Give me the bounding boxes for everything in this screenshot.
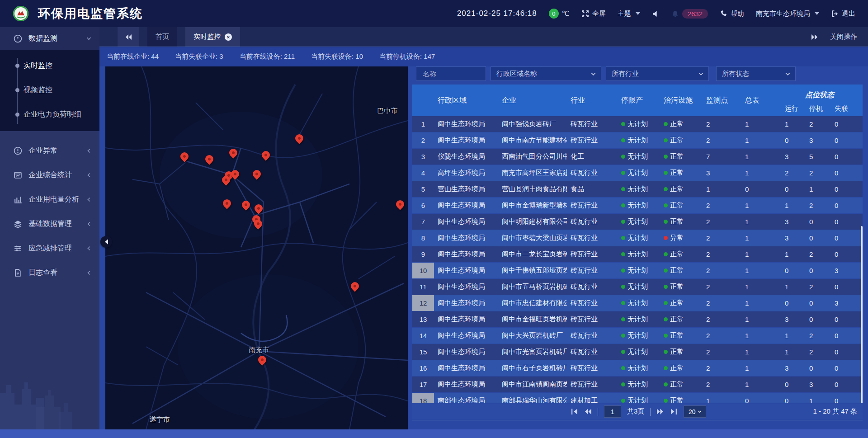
- cell-run: 3: [781, 360, 806, 376]
- layers-icon: [14, 220, 22, 228]
- theme-dropdown[interactable]: 主题: [618, 9, 640, 18]
- current-page-input[interactable]: 1: [604, 405, 621, 418]
- close-operations-button[interactable]: 关闭操作: [830, 33, 857, 41]
- first-page-button[interactable]: [571, 408, 578, 415]
- cell-limit: 无计划: [618, 246, 660, 262]
- menu-group-gap: [0, 131, 99, 138]
- cell-meters: 1: [741, 116, 781, 132]
- table-row[interactable]: 13阆中生态环境局阆中市金福旺页岩机砖砖瓦行业无计划正常21300: [412, 311, 863, 327]
- help-button[interactable]: 帮助: [720, 9, 744, 18]
- sidebar-group-企业用电量分析[interactable]: 企业用电量分析: [0, 187, 99, 212]
- chevron-left-icon: [86, 148, 91, 153]
- cell-stop: 1: [806, 393, 831, 403]
- cell-lost: 0: [831, 181, 858, 197]
- industry-filter-select[interactable]: 所有行业: [606, 66, 709, 81]
- table-row[interactable]: 9阆中生态环境局阆中市二龙长宝页岩砖砖瓦行业无计划正常21120: [412, 246, 863, 262]
- table-row[interactable]: 17阆中生态环境局阆中市江南镇阆南页岩砖瓦行业无计划正常21030: [412, 377, 863, 392]
- table-row[interactable]: 4高坪生态环境局南充市高坪区王家店建砖瓦行业无计划正常31220: [412, 165, 863, 181]
- column-header-company: 企业: [498, 85, 567, 116]
- cell-facility: 正常: [660, 344, 703, 360]
- region-filter-value: 行政区域名称: [496, 70, 537, 78]
- cell-run: 1: [781, 328, 806, 344]
- cell-points: 2: [703, 214, 741, 230]
- cell-meters: 1: [741, 328, 781, 344]
- sidebar-group-基础数据管理[interactable]: 基础数据管理: [0, 212, 99, 236]
- status-filter-select[interactable]: 所有状态: [716, 66, 796, 81]
- submenu-bullet-icon: [15, 64, 19, 68]
- cell-limit: 无计划: [618, 295, 660, 311]
- tab-首页[interactable]: 首页: [147, 27, 177, 47]
- sidebar-group-企业综合统计[interactable]: 企业综合统计: [0, 163, 99, 187]
- datetime: 2021-02-25 17:46:18: [457, 9, 537, 18]
- tabs-scroll-left-button[interactable]: [118, 27, 139, 47]
- prev-page-button[interactable]: [584, 408, 592, 415]
- cell-industry: 砖瓦行业: [567, 230, 618, 246]
- table-row[interactable]: 8阆中生态环境局阆中市枣碧大梁山页岩砖瓦行业无计划异常21300: [412, 230, 863, 246]
- map-panel[interactable]: 巴中市南充市遂宁市: [105, 66, 408, 429]
- fullscreen-button[interactable]: 全屏: [581, 9, 606, 18]
- cell-industry: 砖瓦行业: [567, 116, 618, 132]
- mute-button[interactable]: [652, 10, 660, 18]
- cell-industry: 化工: [567, 149, 618, 165]
- cell-company: 西南油气田分公司川中: [498, 149, 567, 165]
- cell-industry: 砖瓦行业: [567, 279, 618, 295]
- cell-lost: 0: [831, 328, 858, 344]
- cell-filler: [858, 149, 863, 165]
- cell-stop: 0: [806, 295, 831, 311]
- table-row[interactable]: 5营山生态环境局营山县润丰肉食品有限食品无计划正常10010: [412, 181, 863, 197]
- stats-bar: 当前在线企业: 44当前失联企业: 3当前在线设备: 211当前失联设备: 10…: [99, 47, 868, 66]
- sidebar-group-数据监测[interactable]: 数据监测: [0, 27, 99, 50]
- cell-meters: 1: [741, 149, 781, 165]
- tab-实时监控[interactable]: 实时监控×: [185, 27, 240, 47]
- cell-company: 南部县瑞华山河有限公: [498, 393, 567, 403]
- name-filter-input-box[interactable]: [416, 66, 486, 81]
- cell-stop: 5: [806, 149, 831, 165]
- table-row[interactable]: 6阆中生态环境局阆中市金博瑞新型墙材砖瓦行业无计划正常21120: [412, 198, 863, 213]
- cell-index: 10: [412, 263, 434, 278]
- table-row[interactable]: 12阆中生态环境局阆中市忠信建材有限公砖瓦行业无计划正常21003: [412, 295, 863, 311]
- cell-stop: 1: [806, 181, 831, 197]
- pager-divider: [598, 408, 598, 416]
- panel-collapse-handle[interactable]: [100, 236, 112, 248]
- sidebar-group-label: 数据监测: [28, 34, 57, 43]
- table-row[interactable]: 15阆中生态环境局阆中市光富页岩机砖厂砖瓦行业无计划正常21120: [412, 344, 863, 360]
- status-dot-icon: [664, 317, 668, 321]
- org-dropdown[interactable]: 南充市生态环境局: [756, 9, 819, 18]
- cell-index: 1: [412, 116, 434, 132]
- sidebar-group-企业异常[interactable]: 企业异常: [0, 138, 99, 163]
- table-scrollbar[interactable]: [861, 226, 863, 416]
- sidebar-group-label: 应急减排管理: [28, 244, 72, 253]
- name-filter-input[interactable]: [422, 70, 480, 78]
- table-row[interactable]: 2阆中生态环境局阆中市南方节能建材有砖瓦行业无计划正常21030: [412, 132, 863, 148]
- table-row[interactable]: 7阆中生态环境局阆中明阳建材有限公司砖瓦行业无计划正常21300: [412, 214, 863, 230]
- cell-company: 阆中市南方节能建材有: [498, 132, 567, 148]
- notifications[interactable]: 2632: [671, 9, 708, 19]
- sidebar-item-视频监控[interactable]: 视频监控: [0, 78, 99, 102]
- table-row[interactable]: 18南部生态环境局南部县瑞华山河有限公建材加工无计划正常10010: [412, 393, 863, 403]
- sidebar-item-企业电力负荷明细[interactable]: 企业电力负荷明细: [0, 102, 99, 127]
- last-page-button[interactable]: [670, 408, 678, 415]
- cell-run: 1: [781, 246, 806, 262]
- cell-index: 11: [412, 279, 434, 295]
- tab-close-icon[interactable]: ×: [225, 33, 232, 41]
- next-page-button[interactable]: [656, 408, 664, 415]
- cell-index: 3: [412, 149, 434, 165]
- cell-meters: 1: [741, 132, 781, 148]
- sidebar-group-日志查看[interactable]: 日志查看: [0, 260, 99, 285]
- double-chevron-right-icon[interactable]: [811, 34, 818, 40]
- table-row[interactable]: 1阆中生态环境局阆中强锐页岩砖厂砖瓦行业无计划正常21120: [412, 116, 863, 132]
- region-filter-select[interactable]: 行政区域名称: [491, 66, 601, 81]
- logout-button[interactable]: 退出: [831, 9, 855, 18]
- sidebar-group-应急减排管理[interactable]: 应急减排管理: [0, 236, 99, 260]
- table-row[interactable]: 14阆中生态环境局阆中大兴页岩机砖厂砖瓦行业无计划正常21120: [412, 328, 863, 344]
- table-row[interactable]: 10阆中生态环境局阆中千佛镇五郎垭页岩砖瓦行业无计划正常21003: [412, 263, 863, 278]
- cell-index: 2: [412, 132, 434, 148]
- page-size-select[interactable]: 20: [684, 405, 706, 418]
- cell-stop: 3: [806, 132, 831, 148]
- table-row[interactable]: 11阆中生态环境局阆中市五马桥页岩机砖砖瓦行业无计划正常21120: [412, 279, 863, 295]
- cell-industry: 建材加工: [567, 393, 618, 403]
- table-row[interactable]: 3仪陇生态环境局西南油气田分公司川中化工无计划正常71350: [412, 149, 863, 165]
- table-row[interactable]: 16阆中生态环境局阆中市石子页岩机砖厂砖瓦行业无计划正常21300: [412, 360, 863, 376]
- sidebar-item-实时监控[interactable]: 实时监控: [0, 53, 99, 78]
- cell-filler: [858, 181, 863, 197]
